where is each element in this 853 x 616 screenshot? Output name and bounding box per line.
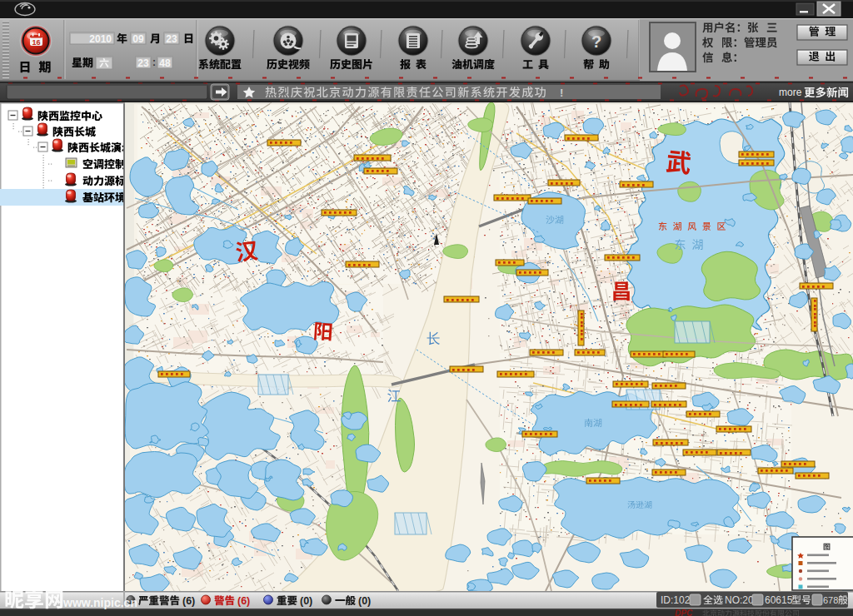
svg-text:(0): (0): [358, 595, 371, 607]
svg-text:www.nipic.cn: www.nipic.cn: [62, 596, 137, 609]
svg-text:48: 48: [159, 57, 171, 69]
svg-text:(6): (6): [237, 595, 250, 607]
svg-text:23: 23: [166, 33, 177, 45]
svg-text:more: more: [779, 87, 802, 98]
svg-text:(6): (6): [182, 595, 195, 607]
svg-text:?: ?: [591, 32, 601, 51]
svg-text:NO:20: NO:20: [725, 594, 754, 606]
svg-text:(0): (0): [300, 595, 312, 607]
svg-text:678: 678: [823, 595, 838, 605]
svg-text::: :: [152, 57, 156, 68]
svg-text:23: 23: [137, 57, 149, 69]
svg-text:2010: 2010: [89, 33, 112, 45]
svg-text:ID:102: ID:102: [661, 594, 691, 606]
svg-text:DPC: DPC: [675, 609, 693, 616]
svg-text:09: 09: [132, 33, 144, 45]
svg-text:16: 16: [32, 38, 40, 47]
svg-text:!: !: [560, 87, 563, 99]
svg-text:60615: 60615: [765, 594, 793, 606]
